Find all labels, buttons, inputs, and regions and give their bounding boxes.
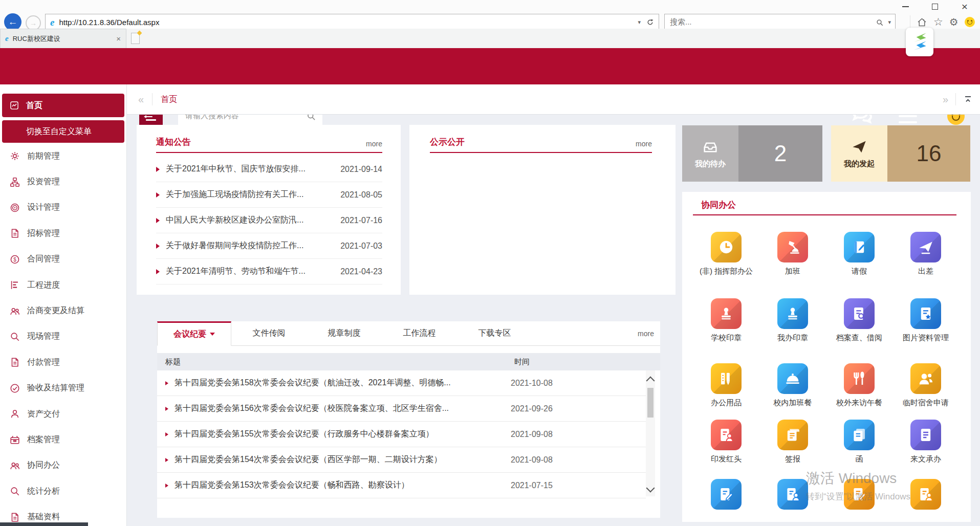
docperson-app-icon[interactable] <box>777 479 808 510</box>
notice-item[interactable]: 中国人民大学新校区建设办公室防汛...2021-07-16 <box>156 208 382 233</box>
minimize-button[interactable] <box>900 2 910 12</box>
url-text[interactable]: http://10.21.8.36/Default.aspx <box>59 18 159 27</box>
sidebar-item-archives[interactable]: 档案管理 <box>0 427 126 452</box>
sidebar-item-investment[interactable]: 投资管理 <box>0 169 126 194</box>
browser-tab[interactable]: e RUC新校区建设 × <box>0 29 126 48</box>
stamp-app-icon[interactable] <box>777 298 808 329</box>
tab-title[interactable]: RUC新校区建设 <box>13 34 60 43</box>
doc-row[interactable]: 第十四届党委会第153次常委会会议纪要（畅和西路、勘察设计）2021-07-15 <box>157 473 646 498</box>
doc-row[interactable]: 第十四届党委会第156次常委会会议纪要（校医院备案立项、北区学生宿舍...202… <box>157 396 646 422</box>
sidebar-item-payment[interactable]: 付款管理 <box>0 349 126 375</box>
table-scrollbar[interactable] <box>646 370 655 496</box>
tab-workflow[interactable]: 工作流程 <box>382 321 457 345</box>
home-icon[interactable] <box>917 17 927 28</box>
app-overtime[interactable]: 加班 <box>759 227 826 293</box>
app-visitor-lunch[interactable]: 校外来访午餐 <box>826 358 892 414</box>
favorites-star-icon[interactable]: ☆ <box>933 16 943 28</box>
docperson-app-icon[interactable] <box>711 420 742 450</box>
sidebar-item-collaboration[interactable]: 协同办公 <box>0 453 126 478</box>
docperson-app-icon[interactable] <box>910 479 941 510</box>
doc2-app-icon[interactable] <box>910 420 941 450</box>
doc-title[interactable]: 第十四届党委会第153次常委会会议纪要（畅和西路、勘察设计） <box>175 480 505 491</box>
sidebar-item-home[interactable]: 首页 <box>2 94 124 117</box>
browser-back-button[interactable]: ← <box>4 13 21 31</box>
notice-item[interactable]: 关于加强施工现场疫情防控有关工作...2021-08-05 <box>156 182 382 208</box>
notice-item[interactable]: 关于做好暑假期间学校疫情防控工作...2021-07-03 <box>156 233 382 259</box>
public-more-link[interactable]: more <box>636 140 652 148</box>
sidebar-item-bidding[interactable]: 招标管理 <box>0 221 126 246</box>
sidebar-item-asset-delivery[interactable]: 资产交付 <box>0 401 126 427</box>
collapse-panel-icon[interactable] <box>963 95 973 104</box>
sidebar-item-statistics[interactable]: 统计分析 <box>0 478 126 504</box>
doc-title[interactable]: 第十四届党委会第158次常委会会议纪要（航油迁改、2021年调整、明德畅... <box>175 378 505 388</box>
docpencil-app-icon[interactable] <box>844 479 875 510</box>
notice-more-link[interactable]: more <box>366 140 382 148</box>
scrollbar-thumb[interactable] <box>647 388 654 418</box>
notice-title[interactable]: 中国人民大学新校区建设办公室防汛... <box>166 215 333 226</box>
docs-app-icon[interactable] <box>844 420 875 450</box>
doc-title[interactable]: 第十四届党委会第156次常委会会议纪要（校医院备案立项、北区学生宿舍... <box>175 403 505 414</box>
lamp-app-icon[interactable] <box>777 232 808 262</box>
sidebar-item-progress[interactable]: 工程进度 <box>0 272 126 298</box>
list-app-icon[interactable] <box>711 363 742 394</box>
restore-button[interactable] <box>930 2 940 12</box>
docstar-app-icon[interactable] <box>910 298 941 329</box>
scroll-down-icon[interactable] <box>646 484 655 493</box>
notice-title[interactable]: 关于做好暑假期间学校疫情防控工作... <box>166 240 333 251</box>
breadcrumb[interactable]: 首页 <box>161 94 177 105</box>
scroll-app-icon[interactable] <box>777 420 808 450</box>
doc-title[interactable]: 第十四届党委会第155次常委会会议纪要（行政服务中心楼群备案立项） <box>175 429 505 440</box>
search-icon[interactable] <box>876 18 884 27</box>
app-archive-borrow[interactable]: 档案查、借阅 <box>826 293 892 358</box>
app-unlabeled-1[interactable] <box>693 474 759 520</box>
todo-stat-card[interactable]: 我的待办 2 <box>682 125 822 182</box>
notice-item[interactable]: 关于2021年清明节、劳动节和端午节...2021-04-23 <box>156 259 382 284</box>
scroll-up-icon[interactable] <box>646 377 655 385</box>
cutlery-app-icon[interactable] <box>844 363 875 394</box>
refresh-icon[interactable] <box>646 18 655 27</box>
doc-row[interactable]: 第十四届党委会第155次常委会会议纪要（行政服务中心楼群备案立项）2021-09… <box>157 422 646 447</box>
app-briefing[interactable]: 签报 <box>759 414 826 474</box>
tab-file-circulation[interactable]: 文件传阅 <box>231 321 307 345</box>
notice-title[interactable]: 关于2021年中秋节、国庆节放假安排... <box>166 164 333 174</box>
app-campus-overtime-meal[interactable]: 校内加班餐 <box>759 358 826 414</box>
feedback-smiley-icon[interactable] <box>965 17 975 27</box>
app-unlabeled-2[interactable] <box>759 474 826 520</box>
search-dropdown-icon[interactable]: ▾ <box>888 19 891 26</box>
app-office-supplies[interactable]: 办公用品 <box>693 358 759 414</box>
overlay-widget[interactable] <box>906 28 933 56</box>
sidebar-item-contract[interactable]: 合同管理 <box>0 247 126 272</box>
app-school-seal[interactable]: 学校印章 <box>693 293 759 358</box>
app-unlabeled-4[interactable] <box>892 474 959 520</box>
app-office-seal[interactable]: 我办印章 <box>759 293 826 358</box>
notice-item[interactable]: 关于2021年中秋节、国庆节放假安排...2021-09-14 <box>156 157 382 182</box>
doc-title[interactable]: 第十四届党委会第154次常委会会议纪要（西区学部一期、二期设计方案） <box>175 454 505 465</box>
plane-app-icon[interactable] <box>910 232 941 262</box>
tab-download-zone[interactable]: 下载专区 <box>457 321 532 345</box>
cloche-app-icon[interactable] <box>777 363 808 394</box>
close-button[interactable]: × <box>960 2 970 12</box>
app-temp-dormitory[interactable]: 临时宿舍申请 <box>892 358 959 414</box>
sidebar-item-negotiation-settlement[interactable]: 洽商变更及结算 <box>0 298 126 323</box>
docpencil-app-icon[interactable] <box>711 479 742 510</box>
scroll-tabs-right-icon[interactable]: » <box>943 94 948 105</box>
initiated-stat-card[interactable]: 我的发起 16 <box>831 125 970 182</box>
doc-row[interactable]: 第十四届党委会第154次常委会会议纪要（西区学部一期、二期设计方案）2021-0… <box>157 447 646 473</box>
stamp-app-icon[interactable] <box>711 298 742 329</box>
notice-title[interactable]: 关于加强施工现场疫情防控有关工作... <box>166 189 333 200</box>
app-incoming-document[interactable]: 来文承办 <box>892 414 959 474</box>
app-letter[interactable]: 函 <box>826 414 892 474</box>
doc-row[interactable]: 第十四届党委会第158次常委会会议纪要（航油迁改、2021年调整、明德畅...2… <box>157 370 646 396</box>
sidebar-item-preliminary[interactable]: 前期管理 <box>0 143 126 169</box>
sidebar-item-acceptance-settlement[interactable]: 验收及结算管理 <box>0 376 126 401</box>
sidebar-item-design[interactable]: 设计管理 <box>0 195 126 221</box>
people2-app-icon[interactable] <box>910 363 941 394</box>
notice-title[interactable]: 关于2021年清明节、劳动节和端午节... <box>166 266 333 277</box>
address-dropdown-icon[interactable]: ▾ <box>638 19 641 26</box>
browser-search-placeholder[interactable]: 搜索... <box>670 17 692 27</box>
scroll-tabs-left-icon[interactable]: « <box>138 94 144 105</box>
app-red-header-issue[interactable]: 印发红头 <box>693 414 759 474</box>
app-unlabeled-3[interactable] <box>826 474 892 520</box>
tab-close-icon[interactable]: × <box>116 34 121 43</box>
tab-regulations[interactable]: 规章制度 <box>307 321 382 345</box>
